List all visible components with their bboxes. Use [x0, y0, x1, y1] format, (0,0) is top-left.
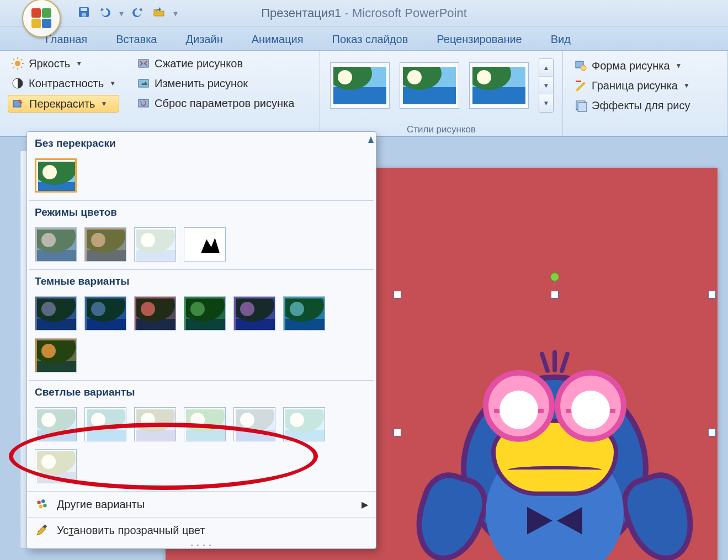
tab-design[interactable]: Дизайн [173, 29, 235, 50]
recolor-option[interactable] [35, 449, 77, 483]
resize-handle[interactable] [394, 429, 401, 436]
recolor-option-bw[interactable] [184, 227, 226, 262]
gallery-down-icon[interactable]: ▼ [539, 77, 553, 94]
svg-point-3 [15, 61, 20, 66]
recolor-option-washout[interactable] [134, 227, 176, 262]
picture-effects-label: Эффекты для рису [592, 99, 690, 112]
gallery-more-icon[interactable]: ▼ [539, 94, 553, 112]
gallery-up-icon[interactable]: ▲ [539, 59, 553, 77]
recolor-dropdown: Без перекраски Режимы цветов Темные вари… [26, 131, 376, 549]
resize-handle[interactable] [708, 429, 716, 436]
picture-border-label: Граница рисунка [592, 79, 678, 92]
recolor-option[interactable] [134, 296, 176, 330]
change-picture-icon [137, 77, 150, 90]
resize-handle[interactable] [551, 291, 559, 298]
picture-shape-icon [574, 59, 587, 72]
reset-picture-button[interactable]: Сброс параметров рисунка [134, 95, 297, 111]
picture-effects-button[interactable]: Эффекты для рису [571, 97, 721, 114]
change-picture-button[interactable]: Изменить рисунок [134, 75, 297, 92]
tab-insert[interactable]: Вставка [104, 29, 169, 50]
picture-border-button[interactable]: Граница рисунка ▼ [571, 77, 721, 94]
recolor-option[interactable] [35, 338, 77, 372]
svg-rect-2 [82, 13, 86, 17]
tab-animation[interactable]: Анимация [240, 29, 316, 50]
svg-point-18 [581, 65, 586, 71]
resize-handle[interactable] [394, 291, 401, 298]
chevron-right-icon: ▶ [362, 499, 368, 510]
recolor-button[interactable]: Перекрасить ▼ [8, 95, 119, 113]
undo-icon[interactable] [98, 6, 111, 21]
chevron-down-icon: ▼ [109, 79, 116, 87]
svg-point-23 [41, 499, 45, 503]
recolor-icon [12, 97, 25, 110]
recolor-option[interactable] [184, 296, 226, 330]
picture-effects-icon [574, 99, 587, 112]
contrast-button[interactable]: Контрастность ▼ [8, 75, 119, 92]
svg-line-10 [13, 67, 14, 68]
title-bar: ▾ ▾ Презентация1 - Microsoft PowerPoint [0, 0, 728, 26]
recolor-option[interactable] [134, 407, 176, 441]
quick-access-toolbar: ▾ ▾ [72, 4, 183, 22]
recolor-option[interactable] [84, 407, 126, 441]
compress-pictures-button[interactable]: Сжатие рисунков [134, 55, 297, 72]
recolor-option-sepia[interactable] [84, 227, 126, 262]
svg-point-25 [39, 505, 43, 509]
brightness-label: Яркость [29, 57, 70, 70]
recolor-option[interactable] [283, 296, 325, 330]
picture-styles-gallery[interactable]: ▲ ▼ ▼ [328, 55, 556, 116]
office-logo-icon [31, 8, 51, 28]
svg-point-24 [43, 504, 47, 508]
redo-icon[interactable] [131, 6, 145, 21]
style-thumb[interactable] [400, 62, 459, 109]
resize-handle[interactable] [708, 291, 716, 298]
tab-slideshow[interactable]: Показ слайдов [320, 29, 421, 50]
tab-review[interactable]: Рецензирование [424, 29, 534, 50]
more-variants-item[interactable]: Другие варианты ▶ [27, 491, 376, 517]
open-icon[interactable] [152, 6, 166, 21]
chevron-down-icon: ▼ [683, 82, 690, 89]
recolor-option[interactable] [283, 407, 325, 441]
section-light-variants: Светлые варианты [27, 381, 376, 402]
chevron-down-icon: ▼ [76, 60, 82, 67]
ribbon-tabstrip: Главная Вставка Дизайн Анимация Показ сл… [0, 26, 728, 51]
compress-icon [137, 57, 150, 70]
qat-customize-icon[interactable]: ▾ [173, 7, 178, 20]
dark-variants-row [27, 291, 376, 380]
brightness-button[interactable]: Яркость ▼ [8, 55, 119, 72]
recolor-label: Перекрасить [29, 98, 95, 110]
color-modes-row [27, 222, 376, 269]
svg-rect-14 [139, 60, 148, 67]
gallery-spinner[interactable]: ▲ ▼ ▼ [539, 58, 554, 113]
recolor-option-original[interactable] [35, 158, 77, 193]
rotation-handle[interactable] [550, 273, 559, 281]
style-thumb[interactable] [330, 62, 390, 109]
tab-view[interactable]: Вид [539, 29, 583, 50]
set-transparent-color-item[interactable]: Установить прозрачный цвет [27, 517, 376, 543]
recolor-option[interactable] [84, 296, 126, 330]
svg-rect-1 [81, 8, 87, 11]
style-thumb[interactable] [469, 62, 529, 109]
picture-border-icon [574, 79, 587, 92]
qat-dropdown-icon[interactable]: ▾ [119, 7, 124, 20]
set-transparent-label: Установить прозрачный цвет [57, 524, 205, 537]
inserted-picture[interactable] [461, 375, 649, 560]
ribbon-body: Яркость ▼ Контрастность ▼ Перекрасить ▼ [0, 51, 728, 137]
svg-point-22 [37, 501, 41, 505]
contrast-label: Контрастность [29, 77, 104, 90]
recolor-option-grayscale[interactable] [35, 227, 77, 262]
recolor-option[interactable] [35, 296, 77, 330]
recolor-option[interactable] [35, 407, 77, 441]
recolor-option[interactable] [233, 407, 275, 441]
menu-resize-grip[interactable]: • • • • [27, 543, 376, 547]
save-icon[interactable] [77, 6, 91, 21]
svg-rect-19 [576, 81, 581, 82]
svg-rect-21 [578, 103, 587, 111]
selection-box[interactable] [397, 295, 712, 560]
brightness-icon [11, 57, 24, 70]
recolor-option[interactable] [184, 407, 226, 441]
section-color-modes: Режимы цветов [27, 201, 376, 222]
office-button[interactable] [22, 0, 61, 38]
recolor-option[interactable] [233, 296, 275, 330]
reset-picture-label: Сброс параметров рисунка [155, 97, 294, 110]
picture-shape-button[interactable]: Форма рисунка ▼ [571, 57, 721, 74]
